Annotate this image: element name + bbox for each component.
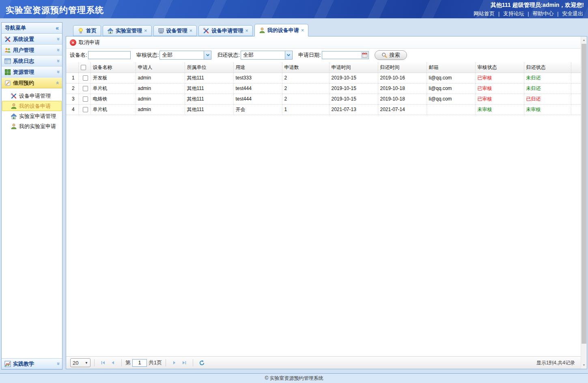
cell-unit: 其他111 — [185, 83, 233, 94]
col-email[interactable]: 邮箱 — [426, 62, 475, 73]
last-page-button[interactable] — [179, 358, 189, 368]
cell-apply-date: 2019-10-15 — [329, 94, 378, 104]
sidebar-group-user-management[interactable]: 用户管理 « — [2, 45, 62, 56]
sidebar-group-system-log[interactable]: 系统日志 « — [2, 56, 62, 66]
close-icon[interactable]: × — [144, 28, 147, 33]
cell-count: 1 — [282, 104, 329, 115]
cancel-apply-button[interactable]: × 取消申请 — [70, 39, 100, 46]
tab-device-apply-management[interactable]: 设备申请管理 × — [198, 25, 253, 36]
cell-apply-date: 2021-07-13 — [329, 104, 378, 115]
row-checkbox[interactable] — [83, 86, 88, 91]
col-count[interactable]: 申请数 — [282, 62, 329, 73]
col-unit[interactable]: 所属单位 — [185, 62, 233, 73]
bulb-icon — [78, 28, 84, 34]
cell-unit: 其他111 — [185, 104, 233, 115]
sidebar-item-lab-apply-management[interactable]: 实验室申请管理 — [2, 111, 62, 121]
group-label: 实践教学 — [13, 360, 34, 368]
tab-device-management[interactable]: 设备管理 × — [153, 25, 197, 36]
sidebar-header: 导航菜单 « — [2, 23, 62, 34]
row-checkbox[interactable] — [83, 96, 88, 102]
close-icon[interactable]: × — [245, 28, 248, 33]
sidebar-item-my-device-apply[interactable]: 我的设备申请 — [2, 101, 62, 111]
welcome-text: 其他111 超级管理员:admin，欢迎您! — [473, 2, 584, 9]
col-return-status[interactable]: 归还状态 — [524, 62, 571, 73]
separator — [121, 359, 122, 366]
first-page-button[interactable] — [98, 358, 108, 368]
cell-return-date: 2019-10-18 — [378, 83, 426, 94]
close-icon[interactable]: × — [190, 28, 193, 33]
link-logout[interactable]: 安全退出 — [562, 11, 583, 17]
col-purpose[interactable]: 用途 — [233, 62, 282, 73]
select-all-checkbox[interactable] — [81, 65, 86, 70]
row-number: 1 — [66, 73, 78, 83]
tab-lab-management[interactable]: 实验室管理 × — [103, 25, 152, 36]
scroll-down-icon[interactable]: ▼ — [581, 362, 587, 368]
apply-date-label: 申请日期: — [298, 51, 321, 59]
scrollbar-thumb[interactable] — [582, 44, 586, 344]
user-icon — [11, 103, 17, 109]
page-size-select[interactable]: 20 ▼ — [70, 358, 90, 367]
col-review-status[interactable]: 审核状态 — [475, 62, 524, 73]
chevron-down-icon: « — [55, 362, 61, 365]
search-button[interactable]: 搜索 — [375, 50, 407, 60]
link-site-home[interactable]: 网站首页 — [474, 11, 495, 17]
tab-my-device-apply[interactable]: 我的设备申请 × — [254, 24, 309, 36]
refresh-icon[interactable] — [197, 358, 207, 368]
sidebar-group-system-settings[interactable]: 系统设置 « — [2, 34, 62, 45]
separator — [94, 359, 95, 366]
review-status-label: 审核状态: — [136, 51, 159, 59]
scroll-up-icon[interactable]: ▲ — [581, 37, 587, 43]
vertical-scrollbar[interactable]: ▲ ▼ — [581, 36, 587, 369]
cell-return-date: 2019-10-16 — [378, 73, 426, 83]
review-status-select[interactable]: 全部 — [159, 51, 211, 60]
calendar-icon[interactable] — [361, 52, 368, 58]
group-label: 借用预约 — [13, 79, 34, 87]
device-name-input[interactable] — [88, 51, 131, 59]
next-page-button[interactable] — [170, 358, 179, 368]
copyright-text: © 实验室资源预约管理系统 — [265, 375, 323, 381]
status-badge-return: 未归还 — [524, 73, 571, 83]
status-badge-review: 已审核 — [475, 73, 524, 83]
row-checkbox[interactable] — [83, 107, 88, 112]
col-device-name[interactable]: 设备名称 — [90, 62, 136, 73]
apply-date-input[interactable] — [322, 51, 369, 59]
sidebar-group-practice-teaching[interactable]: 实践教学 « — [2, 358, 62, 369]
app-footer: © 实验室资源预约管理系统 — [0, 373, 588, 383]
prev-page-button[interactable] — [108, 358, 118, 368]
separator — [166, 359, 166, 366]
table-row[interactable]: 4 单片机 admin 其他111 开会 1 2021-07-13 2021-0… — [66, 104, 581, 115]
sidebar-group-borrow-reservation[interactable]: 借用预约 « — [2, 77, 62, 88]
col-applicant[interactable]: 申请人 — [136, 62, 185, 73]
chart-icon — [4, 361, 11, 367]
sidebar-title: 导航菜单 — [5, 24, 26, 32]
row-checkbox[interactable] — [83, 75, 88, 81]
device-apply-table: 设备名称 申请人 所属单位 用途 申请数 申请时间 归还时间 邮箱 审核状态 归… — [66, 62, 581, 115]
link-help-center[interactable]: 帮助中心 — [532, 11, 554, 17]
row-checkbox-cell — [78, 73, 90, 83]
col-return-date[interactable]: 归还时间 — [378, 62, 426, 73]
sidebar-item-my-lab-apply[interactable]: 我的实验室申请 — [2, 121, 62, 131]
row-checkbox-cell — [78, 83, 90, 94]
cell-apply-date: 2019-10-15 — [329, 83, 378, 94]
page-number-input[interactable] — [132, 359, 147, 367]
status-badge-return: 未归还 — [524, 83, 571, 94]
separator — [193, 359, 193, 366]
select-all-header — [78, 62, 90, 73]
tab-home[interactable]: 首页 — [73, 25, 101, 36]
header-right: 其他111 超级管理员:admin，欢迎您! 网站首页 | 支持论坛 | 帮助中… — [473, 2, 584, 17]
table-row[interactable]: 1 开发板 admin 其他111 test333 2 2019-10-15 2… — [66, 73, 581, 83]
return-status-select[interactable]: 全部 — [241, 51, 293, 60]
close-icon[interactable]: × — [301, 28, 304, 33]
item-label: 实验室申请管理 — [19, 113, 56, 120]
sidebar-item-device-apply-management[interactable]: 设备申请管理 — [2, 91, 62, 101]
collapse-sidebar-icon[interactable]: « — [56, 25, 59, 31]
link-forum[interactable]: 支持论坛 — [503, 11, 524, 17]
chevron-down-icon: « — [55, 38, 61, 41]
col-apply-date[interactable]: 申请时间 — [329, 62, 378, 73]
table-row[interactable]: 3 电烙铁 admin 其他111 test444 2 2019-10-15 2… — [66, 94, 581, 104]
cell-device: 电烙铁 — [90, 94, 136, 104]
tools-icon — [4, 36, 11, 43]
table-row[interactable]: 2 单片机 admin 其他111 test444 2 2019-10-15 2… — [66, 83, 581, 94]
borrow-submenu: 设备申请管理 我的设备申请 实验室申请管理 我的实验室申请 — [2, 88, 62, 134]
sidebar-group-resource-management[interactable]: 资源管理 « — [2, 66, 62, 77]
